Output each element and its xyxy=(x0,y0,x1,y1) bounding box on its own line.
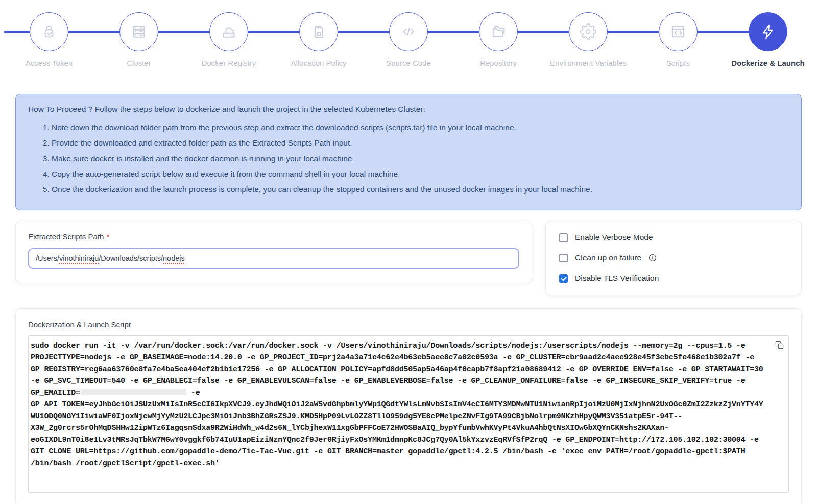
script-line: PROJECTTYPE=nodejs -e GP_BASEIMAGE=node:… xyxy=(31,352,768,364)
wizard-step-repository: Repository xyxy=(453,12,543,67)
wizard-step-dockerize-launch: Dockerize & Launch xyxy=(723,12,813,67)
wizard-step-access-token: Access Token xyxy=(4,12,94,67)
step-label: Allocation Policy xyxy=(291,59,346,67)
script-line: GP_API_TOKEN=eyJhbGciOiJSUzUxMiIsInR5cCI… xyxy=(31,399,768,411)
step-label: Docker Registry xyxy=(202,59,256,67)
step-circle-environment-variables[interactable] xyxy=(569,12,608,51)
script-code: sudo docker run -it -v /var/run/docker.s… xyxy=(31,340,768,469)
instruction-item: Copy the auto-generated script below and… xyxy=(52,168,789,180)
redacted-email-prefix: GP_EMAILID= xyxy=(31,389,80,397)
step-label: Dockerize & Launch xyxy=(731,59,804,67)
step-circle-repository[interactable] xyxy=(479,12,518,51)
script-section-label: Dockerization & Launch Script xyxy=(28,320,789,329)
required-marker: * xyxy=(106,232,109,241)
instruction-item: Once the dockerization and the launch pr… xyxy=(52,183,789,195)
instruction-item: Make sure docker is installed and the do… xyxy=(52,153,789,164)
step-label: Cluster xyxy=(127,59,151,67)
path-segment: /Users/ xyxy=(36,254,59,262)
cluster-icon xyxy=(130,22,148,41)
script-card: Dockerization & Launch Script sudo docke… xyxy=(15,308,802,504)
script-line: X3W_2g0rcrs5rOhMqDSHHw12ipWTz6IagqsnSdxa… xyxy=(31,422,768,434)
copy-icon xyxy=(775,343,784,351)
environment-variables-icon xyxy=(579,22,597,41)
wizard-step-source-code: Source Code xyxy=(364,12,453,67)
field-label-text: Extracted Scripts Path xyxy=(28,232,104,241)
instruction-list: Note down the download folder path from … xyxy=(28,122,789,195)
dockerize-launch-icon xyxy=(759,22,777,41)
how-to-proceed-box: How To Proceed ? Follow the steps below … xyxy=(15,94,802,210)
options-card: Enable Verbose ModeClean up on failureDi… xyxy=(545,221,802,295)
scripts-icon xyxy=(669,22,687,41)
wizard-stepper: Access TokenClusterDocker RegistryAlloca… xyxy=(0,0,817,77)
option-row-disable-tls-verification[interactable]: Disable TLS Verification xyxy=(559,268,788,289)
repository-icon xyxy=(489,22,508,41)
option-row-clean-up-on-failure[interactable]: Clean up on failure xyxy=(559,248,788,268)
script-output-box[interactable]: sudo docker run -it -v /var/run/docker.s… xyxy=(28,335,789,493)
option-label: Enable Verbose Mode xyxy=(575,233,653,242)
step-label: Environment Variables xyxy=(550,59,627,67)
extracted-scripts-path-card: Extracted Scripts Path* /Users/vinothini… xyxy=(15,221,532,283)
script-line: GIT_CLONE_URL=https://github.com/gopaddl… xyxy=(31,446,768,458)
option-label: Clean up on failure xyxy=(575,253,641,262)
step-circle-docker-registry[interactable] xyxy=(209,12,248,51)
step-label: Access Token xyxy=(26,59,73,67)
redacted-email-suffix: -e xyxy=(191,389,200,397)
wizard-step-environment-variables: Environment Variables xyxy=(543,12,633,67)
wizard-step-cluster: Cluster xyxy=(94,12,184,67)
wizard-step-docker-registry: Docker Registry xyxy=(184,12,274,67)
disable-tls-verification-checkbox[interactable] xyxy=(559,274,568,283)
path-segment-misspelled: vinothiniraju xyxy=(59,254,99,262)
script-line: eoGIXDL9nT0i8e1Lv3tMRsJqTbkW7MGwY0vggkf6… xyxy=(31,434,768,446)
instruction-item: Provide the downloaded and extracted fol… xyxy=(52,137,789,149)
option-label: Disable TLS Verification xyxy=(575,274,659,283)
step-circle-access-token[interactable] xyxy=(30,12,68,51)
source-code-icon xyxy=(399,22,418,41)
copy-script-button[interactable] xyxy=(773,339,786,351)
script-line: -e GP_SVC_TIMEOUT=540 -e GP_ENABLECI=fal… xyxy=(31,375,768,387)
redacted-email-value xyxy=(81,389,186,395)
instruction-item: Note down the download folder path from … xyxy=(52,122,789,133)
form-row: Extracted Scripts Path* /Users/vinothini… xyxy=(15,221,802,295)
script-line: GP_REGISTRY=reg6aa63760e8fa7e4ba5ea404ef… xyxy=(31,364,768,375)
extracted-scripts-path-label: Extracted Scripts Path* xyxy=(28,232,519,241)
step-label: Source Code xyxy=(386,59,431,67)
step-label: Repository xyxy=(480,59,517,67)
wizard-step-scripts: Scripts xyxy=(633,12,723,67)
script-line: sudo docker run -it -v /var/run/docker.s… xyxy=(31,340,768,352)
how-to-proceed-title: How To Proceed ? Follow the steps below … xyxy=(28,105,789,114)
script-line: WU1ODQ0NGY1IiwiaWF0IjoxNjcwMjYyMzU2LCJpc… xyxy=(31,411,768,422)
wizard-step-allocation-policy: Allocation Policy xyxy=(274,12,364,67)
path-segment-misspelled: nodejs xyxy=(163,254,185,262)
extracted-scripts-path-input[interactable]: /Users/vinothiniraju/Downloads/scripts/n… xyxy=(28,248,519,269)
script-line-redacted-email: GP_EMAILID=-e xyxy=(31,387,768,399)
info-icon[interactable] xyxy=(648,253,657,262)
clean-up-on-failure-checkbox[interactable] xyxy=(559,254,568,262)
option-row-enable-verbose-mode[interactable]: Enable Verbose Mode xyxy=(559,227,788,248)
step-circle-source-code[interactable] xyxy=(389,12,428,51)
step-label: Scripts xyxy=(666,59,690,67)
step-circle-cluster[interactable] xyxy=(119,12,158,51)
step-circle-scripts[interactable] xyxy=(659,12,698,51)
step-circle-dockerize-launch[interactable] xyxy=(749,12,787,51)
dockerize-launch-page: Access TokenClusterDocker RegistryAlloca… xyxy=(0,0,817,504)
step-circle-allocation-policy[interactable] xyxy=(299,12,338,51)
docker-registry-icon xyxy=(220,22,238,41)
script-line: /bin/bash /root/gpctlScript/gpctl-exec.s… xyxy=(31,458,768,469)
access-token-icon xyxy=(40,22,58,41)
allocation-policy-icon xyxy=(309,22,328,41)
path-segment: /Downloads/scripts/ xyxy=(99,254,163,262)
enable-verbose-mode-checkbox[interactable] xyxy=(559,233,568,242)
